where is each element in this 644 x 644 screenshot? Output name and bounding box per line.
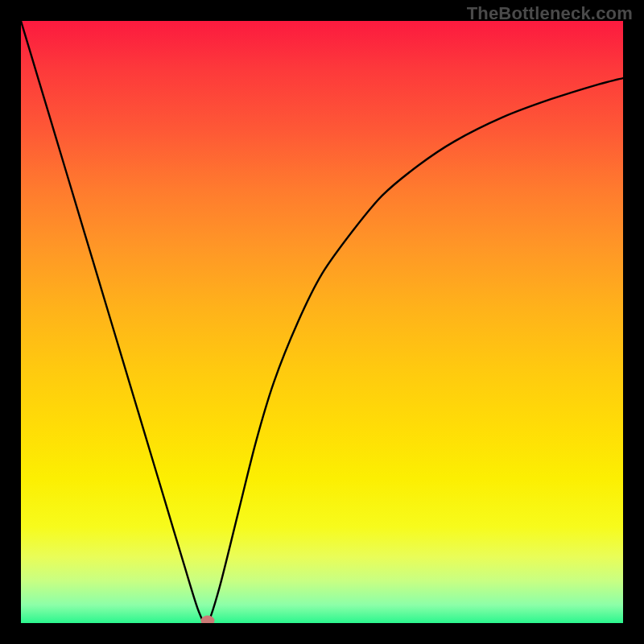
chart-frame: TheBottleneck.com [0, 0, 644, 644]
bottleneck-curve [21, 21, 623, 623]
optimum-marker [200, 616, 214, 624]
watermark-text: TheBottleneck.com [467, 3, 633, 24]
plot-area [21, 21, 623, 623]
